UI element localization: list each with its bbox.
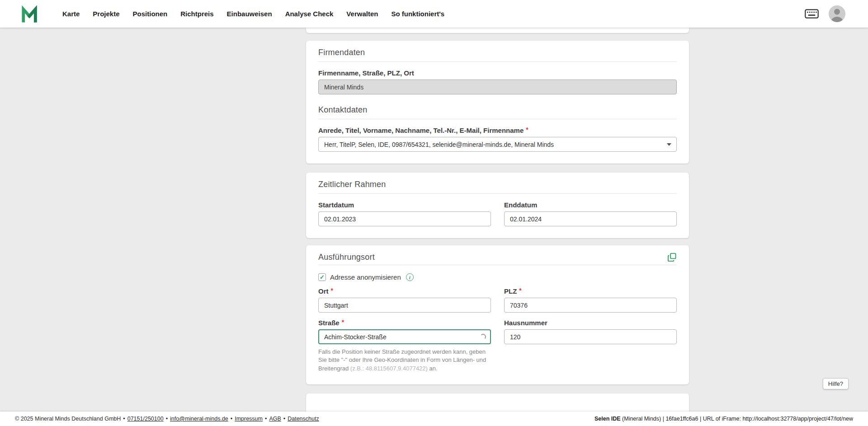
- required-marker: *: [519, 287, 521, 294]
- kontakt-label-text: Anrede, Titel, Vorname, Nachname, Tel.-N…: [318, 126, 524, 134]
- firmendaten-card: Firmendaten Firmenname, Straße, PLZ, Ort…: [306, 41, 689, 164]
- separator: •: [283, 416, 285, 422]
- strasse-hint: Falls die Position keiner Straße zugeord…: [318, 348, 491, 373]
- zeitraum-title: Zeitlicher Rahmen: [318, 180, 677, 194]
- keyboard-icon[interactable]: [805, 9, 819, 19]
- required-marker: *: [342, 319, 344, 326]
- kontakt-select-wrap: Herr, TitelP, Selen, IDE, 0987/654321, s…: [318, 137, 677, 152]
- ort-label-text: Ort: [318, 287, 329, 295]
- required-marker: *: [526, 126, 528, 133]
- nav-item-analyse-check[interactable]: Analyse Check: [285, 10, 334, 18]
- card-partial-bottom: [306, 393, 689, 412]
- nav-item-verwalten[interactable]: Verwalten: [346, 10, 378, 18]
- startdatum-label: Startdatum: [318, 201, 491, 209]
- loading-spinner-icon: [480, 334, 486, 340]
- footer-link-agb[interactable]: AGB: [269, 416, 281, 422]
- card-partial-top: [306, 28, 689, 33]
- kontaktdaten-title: Kontaktdaten: [318, 105, 677, 119]
- hausnummer-input[interactable]: [504, 329, 677, 344]
- enddatum-label: Enddatum: [504, 201, 677, 209]
- top-nav-bar: Karte Projekte Positionen Richtpreis Ein…: [0, 0, 868, 28]
- footer-copyright: © 2025 Mineral Minds Deutschland GmbH: [15, 416, 121, 422]
- kontakt-label: Anrede, Titel, Vorname, Nachname, Tel.-N…: [318, 126, 677, 134]
- firmenname-label-text: Firmenname, Straße, PLZ, Ort: [318, 69, 414, 77]
- hausnummer-label-text: Hausnummer: [504, 319, 547, 327]
- footer-app-details: (Mineral Minds) | 16fae1ffc6a6 | URL of …: [621, 416, 853, 422]
- help-button[interactable]: Hilfe?: [823, 378, 849, 389]
- separator: •: [231, 416, 232, 422]
- nav-item-so-funktionierts[interactable]: So funktioniert's: [391, 10, 444, 18]
- ort-plz-row: Ort * PLZ *: [318, 281, 677, 313]
- main-nav: Karte Projekte Positionen Richtpreis Ein…: [62, 10, 444, 18]
- nav-item-projekte[interactable]: Projekte: [93, 10, 119, 18]
- strasse-label: Straße *: [318, 319, 491, 327]
- info-icon-glyph: i: [409, 275, 410, 280]
- strasse-input[interactable]: [318, 329, 491, 344]
- plz-label-text: PLZ: [504, 287, 517, 295]
- nav-item-positionen[interactable]: Positionen: [133, 10, 168, 18]
- anonymize-row: ✓ Adresse anonymisieren i: [318, 273, 677, 281]
- footer-link-phone[interactable]: 07151/250100: [127, 416, 164, 422]
- ausfuehrungsort-heading-row: Ausführungsort: [318, 253, 677, 265]
- footer-link-datenschutz[interactable]: Datenschutz: [288, 416, 319, 422]
- enddatum-field: Enddatum: [504, 194, 677, 226]
- topbar-right: [805, 5, 845, 22]
- nav-item-richtpreis[interactable]: Richtpreis: [180, 10, 213, 18]
- startdatum-input[interactable]: [318, 211, 491, 226]
- separator: •: [166, 416, 168, 422]
- firmenname-input: [318, 80, 677, 94]
- ausfuehrungsort-card: Ausführungsort ✓ Adresse anonymisieren i: [306, 245, 689, 384]
- logo-m-icon: [21, 5, 38, 23]
- ort-input[interactable]: [318, 298, 491, 313]
- required-marker: *: [331, 287, 333, 294]
- enddatum-label-text: Enddatum: [504, 201, 537, 209]
- startdatum-field: Startdatum: [318, 194, 491, 226]
- ausfuehrungsort-title: Ausführungsort: [318, 253, 375, 262]
- zeitraum-fields: Startdatum Enddatum: [318, 194, 677, 226]
- footer-left: © 2025 Mineral Minds Deutschland GmbH • …: [15, 416, 319, 422]
- kontakt-select[interactable]: Herr, TitelP, Selen, IDE, 0987/654321, s…: [318, 137, 677, 152]
- check-icon: ✓: [320, 274, 325, 280]
- ort-label: Ort *: [318, 287, 491, 295]
- ort-field: Ort *: [318, 281, 491, 313]
- footer-link-impressum[interactable]: Impressum: [235, 416, 263, 422]
- strasse-field: Straße * Falls die Position keiner Straß…: [318, 313, 491, 373]
- separator: •: [123, 416, 125, 422]
- nav-item-karte[interactable]: Karte: [62, 10, 80, 18]
- user-avatar[interactable]: [829, 5, 845, 22]
- footer-info: Selen IDE (Mineral Minds) | 16fae1ffc6a6…: [594, 416, 853, 422]
- footer-app-name: Selen IDE: [594, 416, 621, 422]
- separator: •: [265, 416, 267, 422]
- strasse-label-text: Straße: [318, 319, 340, 327]
- footer-link-email[interactable]: info@mineral-minds.de: [170, 416, 228, 422]
- plz-input[interactable]: [504, 298, 677, 313]
- info-icon[interactable]: i: [406, 273, 414, 281]
- anonymize-checkbox[interactable]: ✓: [318, 273, 326, 281]
- enddatum-input[interactable]: [504, 211, 677, 226]
- anonymize-label: Adresse anonymisieren: [330, 273, 401, 281]
- plz-label: PLZ *: [504, 287, 677, 295]
- firmendaten-title: Firmendaten: [318, 48, 677, 62]
- hausnummer-label: Hausnummer: [504, 319, 677, 327]
- strasse-hint-suffix: an.: [429, 365, 438, 372]
- plz-field: PLZ *: [504, 281, 677, 313]
- copy-icon[interactable]: [667, 253, 677, 262]
- startdatum-label-text: Startdatum: [318, 201, 354, 209]
- firmenname-label: Firmenname, Straße, PLZ, Ort: [318, 69, 677, 77]
- nav-item-einbauweisen[interactable]: Einbauweisen: [227, 10, 272, 18]
- zeitlicher-rahmen-card: Zeitlicher Rahmen Startdatum Enddatum: [306, 173, 689, 238]
- form-column: Firmendaten Firmenname, Straße, PLZ, Ort…: [306, 28, 689, 412]
- strasse-input-wrap: [318, 329, 491, 344]
- mineral-minds-logo[interactable]: [21, 5, 38, 23]
- strasse-hausnummer-row: Straße * Falls die Position keiner Straß…: [318, 313, 677, 373]
- footer-bar: © 2025 Mineral Minds Deutschland GmbH • …: [0, 412, 868, 426]
- content-area: Firmendaten Firmenname, Straße, PLZ, Ort…: [0, 28, 868, 412]
- hausnummer-field: Hausnummer: [504, 313, 677, 373]
- strasse-hint-coords: (z.B.: 48.8115607,9.4077422): [350, 365, 428, 372]
